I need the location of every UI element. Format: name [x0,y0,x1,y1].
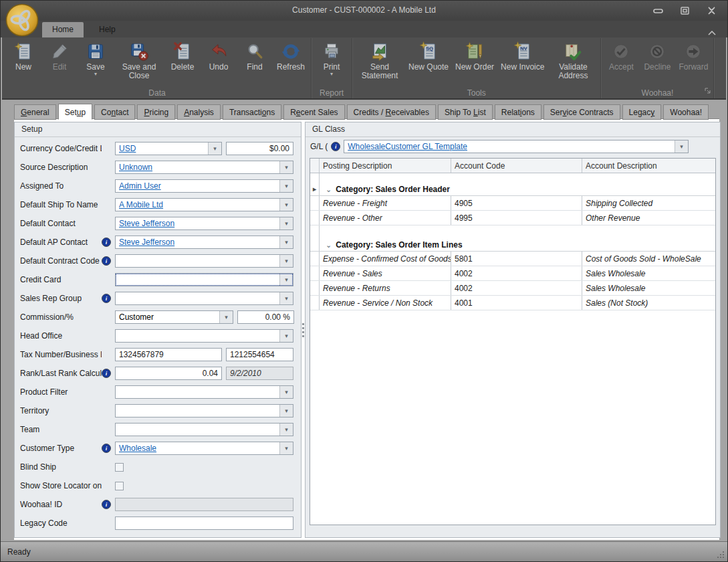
info-icon[interactable]: i [102,369,111,378]
dialog-launcher-icon[interactable] [705,85,711,97]
combo-value[interactable]: Steve Jefferson [116,236,279,248]
grid-group-row[interactable]: ⌄Category: Sales Order Item Lines [310,238,715,252]
table-row[interactable]: Revenue - Sales4002Sales Wholesale [310,266,715,281]
grid-cell[interactable]: Shipping Collected [582,196,715,210]
ribbon-tab-help[interactable]: Help [89,22,126,37]
app-logo-orb[interactable] [5,3,39,37]
grid-cell[interactable]: Other Revenue [582,211,715,225]
tax-number-business-lic-input[interactable]: 1324567879 [115,348,222,361]
ribbon-tab-home[interactable]: Home [42,22,84,37]
tab-legacy[interactable]: Legacy [622,104,662,120]
collapse-group-icon[interactable]: ⌄ [326,242,332,248]
new-button[interactable]: New [5,38,41,72]
currency-code-credit-limit-combo[interactable]: USD▾ [115,142,222,155]
tab-setup[interactable]: Setup [58,104,92,120]
grid-cell[interactable]: Revenue - Returns [320,281,451,295]
chevron-down-icon[interactable]: ▾ [279,217,293,229]
credit-card-combo[interactable]: ▾ [115,273,293,286]
row-selector[interactable] [310,196,320,210]
grid-cell[interactable]: Revenue - Sales [320,266,451,280]
minimize-icon[interactable] [652,7,663,15]
commission--combo[interactable]: Customer▾ [115,310,233,324]
collapse-group-icon[interactable]: ⌄ [326,186,332,193]
grid-cell[interactable]: 4995 [451,211,582,225]
chevron-down-icon[interactable]: ▾ [279,161,293,173]
tab-pricing[interactable]: Pricing [137,104,175,120]
chevron-down-icon[interactable]: ▾ [219,311,233,323]
combo-value[interactable]: USD [116,143,208,155]
row-selector[interactable] [310,266,320,280]
default-contact-combo[interactable]: Steve Jefferson▾ [115,217,293,230]
chevron-down-icon[interactable]: ▾ [279,199,293,211]
print-button[interactable]: Print▾ [314,38,350,76]
chevron-down-icon[interactable]: ▾ [675,140,688,153]
tab-service-contracts[interactable]: Service Contracts [543,104,620,120]
row-selector[interactable] [310,296,320,310]
grid-group-row[interactable]: ▸⌄Category: Sales Order Header [310,183,715,196]
tab-woohaa-[interactable]: Woohaa! [663,104,709,120]
new-quote-button[interactable]: SQNew Quote [405,38,452,72]
combo-value[interactable]: A Mobile Ltd [116,199,279,211]
grid-cell[interactable]: Revenue - Service / Non Stock [320,296,451,310]
new-invoice-button[interactable]: NVNew Invoice [497,38,548,72]
info-icon[interactable]: i [331,142,340,151]
table-row[interactable]: Revenue - Service / Non Stock4001Sales (… [310,296,715,310]
chevron-down-icon[interactable]: ▾ [279,424,293,436]
head-office-combo[interactable]: ▾ [115,329,293,343]
row-selector[interactable] [310,252,320,266]
tab-analysis[interactable]: Analysis [177,104,221,120]
default-contract-code-combo[interactable]: ▾ [115,254,293,268]
find-button[interactable]: Find [237,38,273,72]
column-header-account-code[interactable]: Account Code [451,159,582,173]
grid-cell[interactable]: 4002 [451,266,582,280]
resize-grip[interactable] [717,551,725,559]
assigned-to-combo[interactable]: Admin User▾ [115,179,293,193]
tab-transactions[interactable]: Transactions [223,104,281,120]
combo-value[interactable]: Customer [116,311,219,323]
new-order-button[interactable]: New Order [452,38,497,72]
customer-type-combo[interactable]: Wholesale▾ [115,442,293,455]
undo-button[interactable]: Undo [201,38,237,72]
source-description-combo[interactable]: Unknown▾ [115,161,293,174]
save-button[interactable]: Save▾ [78,38,114,76]
chevron-down-icon[interactable]: ▾ [279,274,293,286]
grid-cell[interactable]: Revenue - Freight [320,196,451,210]
default-ap-contact-combo[interactable]: Steve Jefferson▾ [115,236,293,249]
chevron-down-icon[interactable]: ▾ [279,255,293,267]
restore-icon[interactable] [679,7,690,15]
info-icon[interactable]: i [102,500,111,509]
column-header-posting-description[interactable]: Posting Description [320,159,451,173]
grid-cell[interactable]: 4001 [451,296,582,310]
save-and-close-button[interactable]: Save and Close [114,38,164,81]
grid-cell[interactable]: Sales Wholesale [582,266,715,280]
gl-template-combo[interactable]: WholesaleCustomer GL Template ▾ [344,140,689,153]
combo-value[interactable]: Steve Jefferson [116,217,279,229]
gl-template-value[interactable]: WholesaleCustomer GL Template [344,140,675,153]
chevron-down-icon[interactable]: ▾ [279,442,293,454]
territory-combo[interactable]: ▾ [115,404,293,417]
blind-ship-checkbox[interactable] [115,463,124,472]
table-row[interactable]: Revenue - Freight4905Shipping Collected [310,196,715,211]
row-selector[interactable] [310,211,320,225]
tax-number-business-lic-input[interactable]: 1212554654 [226,348,293,361]
send-statement-button[interactable]: Send Statement [354,38,405,81]
rank-last-rank-calculat-input[interactable]: 0.04 [115,367,222,380]
sales-rep-group-combo[interactable]: ▾ [115,292,293,305]
grid-cell[interactable]: 4905 [451,196,582,210]
chevron-down-icon[interactable]: ▾ [208,143,221,155]
tab-relations[interactable]: Relations [495,104,541,120]
grid-cell[interactable]: Sales (Not Stock) [582,296,715,310]
delete-button[interactable]: Delete [164,38,201,72]
info-icon[interactable]: i [102,294,111,303]
table-row[interactable]: Expense - Confirmed Cost of Goods Sold58… [310,252,715,266]
commission--input[interactable]: 0.00 % [237,310,294,324]
chevron-down-icon[interactable]: ▾ [279,330,293,342]
currency-code-credit-limit-input[interactable]: $0.00 [226,142,293,155]
grid-cell[interactable]: 5801 [451,252,582,266]
combo-value[interactable]: Unknown [116,161,279,173]
chevron-down-icon[interactable]: ▾ [279,386,293,398]
grid-cell[interactable]: Expense - Confirmed Cost of Goods Sold [320,252,451,266]
combo-value[interactable]: Admin User [116,180,279,192]
product-filter-combo[interactable]: ▾ [115,385,293,399]
legacy-code-input[interactable] [115,517,293,530]
